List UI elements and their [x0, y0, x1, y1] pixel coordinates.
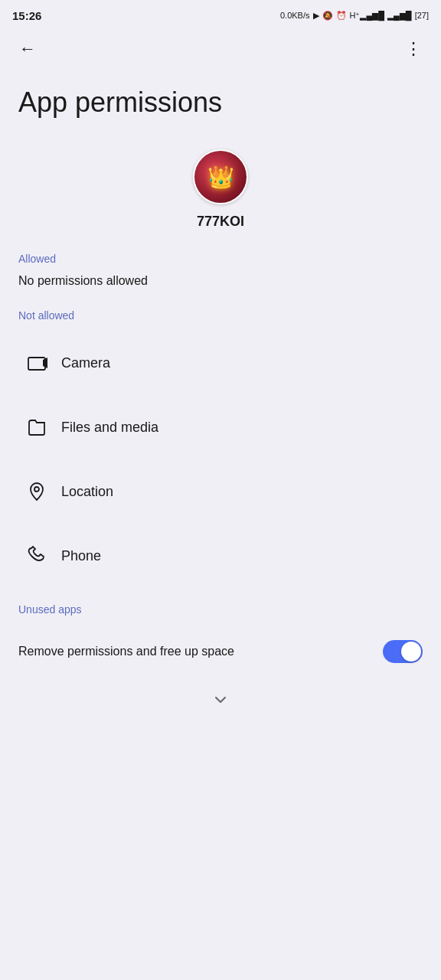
permission-item-files[interactable]: Files and media	[0, 395, 441, 459]
svg-point-2	[34, 487, 39, 492]
phone-icon	[18, 537, 55, 574]
status-icons: 0.0KB/s ▶ 🔕 ⏰ H⁺▂▄▆█ ▂▄▆█ [27]	[280, 11, 429, 21]
allowed-label: Allowed	[0, 253, 441, 274]
silent-icon: 🔕	[322, 11, 333, 21]
remove-permissions-toggle[interactable]	[383, 640, 423, 663]
svg-marker-1	[43, 358, 47, 368]
back-button[interactable]: ←	[12, 34, 43, 64]
files-label: Files and media	[61, 420, 158, 436]
signal-icon: H⁺▂▄▆█	[350, 11, 385, 21]
svg-rect-0	[28, 358, 45, 370]
location-icon	[18, 473, 55, 510]
camera-icon	[18, 345, 55, 381]
alarm-icon: ⏰	[336, 11, 347, 21]
toggle-thumb	[401, 642, 421, 662]
remove-permissions-text: Remove permissions and free up space	[18, 643, 234, 660]
app-name: 777KOI	[197, 214, 244, 230]
page-title: App permissions	[18, 86, 423, 119]
page-title-section: App permissions	[0, 70, 441, 142]
back-arrow-icon: ←	[19, 39, 36, 59]
no-permissions-text: No permissions allowed	[0, 274, 441, 309]
allowed-section: Allowed No permissions allowed	[0, 253, 441, 309]
unused-label: Unused apps	[0, 603, 441, 625]
battery-icon: [27]	[415, 11, 429, 20]
permission-item-phone[interactable]: Phone	[0, 524, 441, 588]
more-icon: ⋮	[405, 39, 422, 59]
not-allowed-section: Not allowed Camera Files and media Locat…	[0, 309, 441, 588]
top-bar: ← ⋮	[0, 28, 441, 70]
network-speed: 0.0KB/s	[280, 11, 310, 20]
more-button[interactable]: ⋮	[398, 34, 429, 64]
bottom-chevron-area	[0, 678, 441, 721]
permission-item-location[interactable]: Location	[0, 459, 441, 524]
wifi-icon: ▂▄▆█	[387, 11, 412, 21]
files-icon	[18, 409, 55, 446]
app-icon	[194, 151, 247, 203]
bluetooth-icon: ▶	[313, 11, 319, 21]
status-bar: 15:26 0.0KB/s ▶ 🔕 ⏰ H⁺▂▄▆█ ▂▄▆█ [27]	[0, 0, 441, 28]
location-label: Location	[61, 484, 113, 500]
app-section: 777KOI	[0, 142, 441, 253]
phone-label: Phone	[61, 548, 101, 564]
chevron-down-icon	[211, 691, 230, 709]
unused-section: Unused apps Remove permissions and free …	[0, 603, 441, 678]
camera-label: Camera	[61, 355, 110, 371]
permission-item-camera[interactable]: Camera	[0, 331, 441, 395]
status-time: 15:26	[12, 9, 41, 22]
not-allowed-label: Not allowed	[0, 309, 441, 331]
toggle-section: Remove permissions and free up space	[0, 625, 441, 678]
app-icon-wrapper	[193, 149, 248, 204]
